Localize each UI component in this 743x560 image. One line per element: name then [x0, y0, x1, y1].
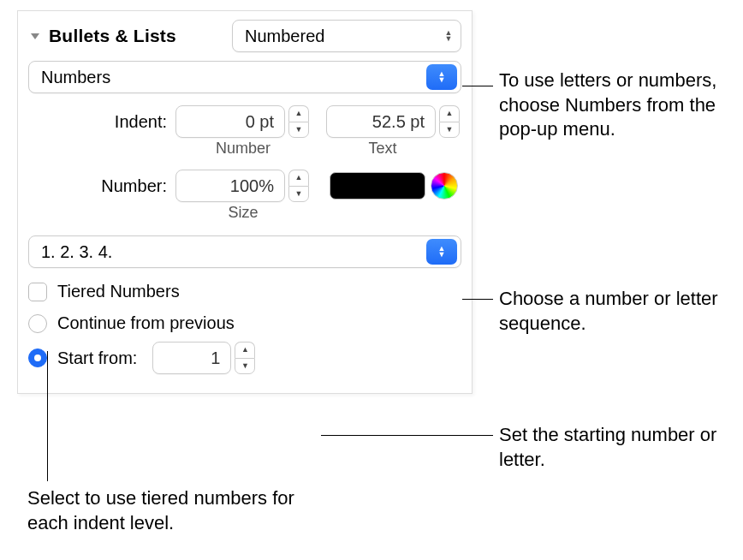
up-down-chevron-icon: ▲▼	[440, 26, 457, 46]
callout-start: Set the starting number or letter.	[499, 423, 722, 472]
indent-number-stepper[interactable]: ▲ ▼	[288, 105, 309, 138]
start-from-radio[interactable]	[28, 349, 47, 367]
continue-previous-label: Continue from previous	[57, 313, 235, 333]
disclosure-triangle-icon[interactable]	[28, 29, 42, 43]
number-sequence-value: 1. 2. 3. 4.	[41, 242, 112, 262]
indent-text-stepper[interactable]: ▲ ▼	[439, 105, 460, 138]
up-down-chevron-icon: ▲▼	[426, 64, 457, 90]
indent-label: Indent:	[28, 112, 167, 132]
start-from-input[interactable]: 1	[152, 342, 231, 374]
section-header: Bullets & Lists Numbered ▲▼	[28, 20, 461, 52]
number-size-label: Number:	[28, 176, 167, 196]
stepper-up-icon[interactable]: ▲	[235, 342, 255, 358]
indent-text-sublabel: Text	[311, 140, 455, 158]
up-down-chevron-icon: ▲▼	[426, 239, 457, 265]
bullet-format-value: Numbers	[41, 68, 110, 87]
number-size-stepper[interactable]: ▲ ▼	[288, 170, 309, 202]
start-from-label: Start from:	[57, 349, 137, 368]
bullet-format-popup[interactable]: Numbers ▲▼	[28, 61, 461, 93]
callout-format: To use letters or numbers, choose Number…	[499, 69, 730, 142]
section-title: Bullets & Lists	[49, 26, 176, 46]
color-picker-icon[interactable]	[431, 172, 458, 200]
number-sequence-popup[interactable]: 1. 2. 3. 4. ▲▼	[28, 235, 461, 268]
bullets-lists-panel: Bullets & Lists Numbered ▲▼ Numbers ▲▼ I…	[17, 10, 473, 394]
stepper-down-icon[interactable]: ▼	[288, 122, 309, 139]
callout-sequence: Choose a number or letter sequence.	[499, 287, 739, 336]
number-color-swatch[interactable]	[330, 172, 425, 200]
start-from-stepper[interactable]: ▲ ▼	[235, 342, 255, 374]
continue-previous-radio[interactable]	[28, 314, 47, 333]
indent-text-input[interactable]: 52.5 pt	[326, 105, 436, 138]
callout-tiered: Select to use tiered numbers for each in…	[27, 486, 318, 535]
svg-marker-0	[31, 33, 39, 39]
stepper-down-icon[interactable]: ▼	[235, 358, 255, 375]
tiered-numbers-checkbox[interactable]	[28, 283, 47, 301]
stepper-down-icon[interactable]: ▼	[288, 186, 309, 203]
number-size-input[interactable]: 100%	[175, 170, 285, 202]
list-type-value: Numbered	[245, 27, 324, 46]
stepper-down-icon[interactable]: ▼	[439, 122, 460, 139]
list-type-popup[interactable]: Numbered ▲▼	[232, 20, 461, 52]
stepper-up-icon[interactable]: ▲	[288, 105, 309, 122]
stepper-up-icon[interactable]: ▲	[288, 170, 309, 186]
indent-number-input[interactable]: 0 pt	[175, 105, 285, 138]
tiered-numbers-label: Tiered Numbers	[57, 282, 180, 301]
stepper-up-icon[interactable]: ▲	[439, 105, 460, 122]
indent-number-sublabel: Number	[175, 140, 311, 158]
number-size-sublabel: Size	[175, 204, 311, 222]
